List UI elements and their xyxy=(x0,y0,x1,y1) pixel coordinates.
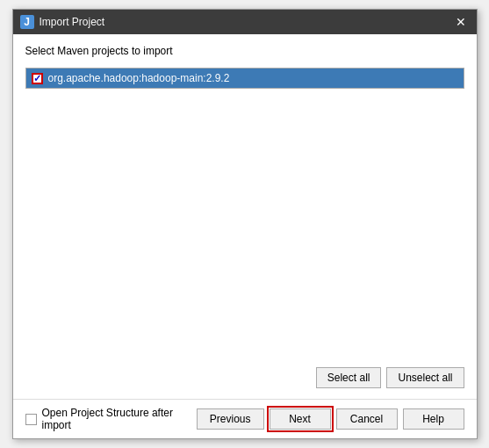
footer-bar: Open Project Structure after import Prev… xyxy=(13,399,477,438)
import-project-dialog: J Import Project ✕ Select Maven projects… xyxy=(12,9,478,439)
project-checkbox[interactable]: ✓ xyxy=(32,73,43,84)
footer-left: Open Project Structure after import xyxy=(25,407,197,431)
cancel-button[interactable]: Cancel xyxy=(336,408,398,430)
title-bar-left: J Import Project xyxy=(20,15,105,29)
open-structure-label: Open Project Structure after import xyxy=(42,407,197,431)
footer-buttons: Previous Next Cancel Help xyxy=(197,408,464,430)
dialog-icon: J xyxy=(20,15,34,29)
unselect-all-button[interactable]: Unselect all xyxy=(386,367,464,388)
section-label: Select Maven projects to import xyxy=(25,45,464,57)
next-button[interactable]: Next xyxy=(270,408,331,430)
close-button[interactable]: ✕ xyxy=(452,13,470,31)
project-item[interactable]: ✓ org.apache.hadoop:hadoop-main:2.9.2 xyxy=(26,69,464,88)
dialog-title: Import Project xyxy=(40,16,105,28)
open-structure-checkbox[interactable] xyxy=(25,414,37,425)
help-button[interactable]: Help xyxy=(403,408,464,430)
project-label: org.apache.hadoop:hadoop-main:2.9.2 xyxy=(48,72,230,84)
dialog-body: Select Maven projects to import ✓ org.ap… xyxy=(13,34,477,399)
title-bar: J Import Project ✕ xyxy=(13,10,477,34)
project-list-wrapper: ✓ org.apache.hadoop:hadoop-main:2.9.2 xyxy=(25,68,464,357)
previous-button[interactable]: Previous xyxy=(197,408,264,430)
select-all-button[interactable]: Select all xyxy=(316,367,382,388)
project-list[interactable]: ✓ org.apache.hadoop:hadoop-main:2.9.2 xyxy=(25,68,464,89)
bottom-actions: Select all Unselect all xyxy=(25,364,464,392)
checkmark-icon: ✓ xyxy=(33,73,41,84)
